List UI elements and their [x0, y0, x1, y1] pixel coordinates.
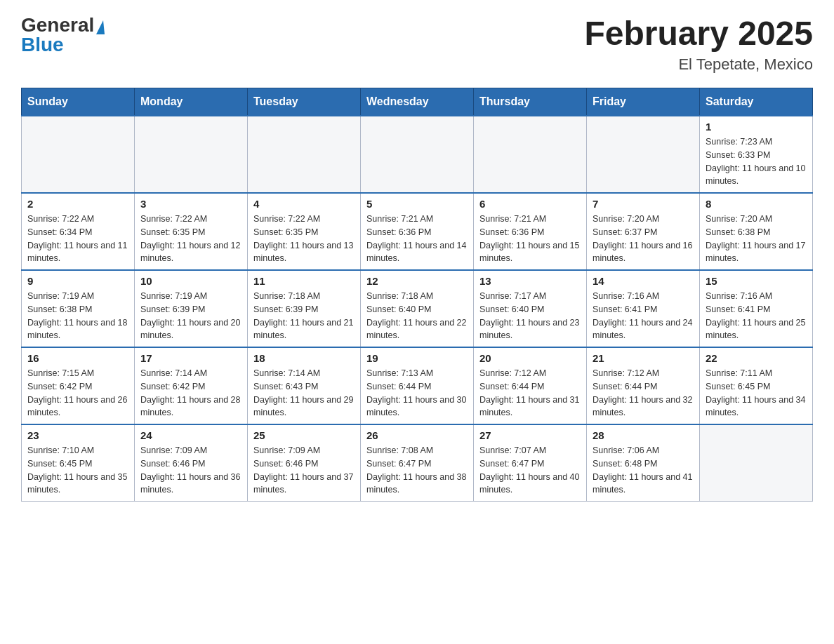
table-row: 5Sunrise: 7:21 AMSunset: 6:36 PMDaylight… [361, 193, 474, 270]
table-row: 13Sunrise: 7:17 AMSunset: 6:40 PMDayligh… [474, 270, 587, 347]
calendar-subtitle: El Tepetate, Mexico [584, 55, 813, 74]
table-row: 24Sunrise: 7:09 AMSunset: 6:46 PMDayligh… [135, 424, 248, 502]
table-row: 17Sunrise: 7:14 AMSunset: 6:42 PMDayligh… [135, 347, 248, 424]
table-row: 10Sunrise: 7:19 AMSunset: 6:39 PMDayligh… [135, 270, 248, 347]
day-info: Sunrise: 7:16 AMSunset: 6:41 PMDaylight:… [593, 290, 694, 342]
calendar-header-row: Sunday Monday Tuesday Wednesday Thursday… [22, 88, 813, 116]
calendar-week-5: 23Sunrise: 7:10 AMSunset: 6:45 PMDayligh… [22, 424, 813, 502]
day-info: Sunrise: 7:14 AMSunset: 6:42 PMDaylight:… [140, 367, 241, 420]
day-number: 9 [27, 275, 128, 287]
day-info: Sunrise: 7:06 AMSunset: 6:48 PMDaylight:… [593, 444, 694, 497]
day-info: Sunrise: 7:12 AMSunset: 6:44 PMDaylight:… [479, 367, 581, 420]
calendar-title: February 2025 [584, 14, 813, 53]
table-row: 3Sunrise: 7:22 AMSunset: 6:35 PMDaylight… [135, 193, 248, 270]
table-row: 27Sunrise: 7:07 AMSunset: 6:47 PMDayligh… [474, 424, 587, 502]
calendar-week-4: 16Sunrise: 7:15 AMSunset: 6:42 PMDayligh… [22, 347, 813, 424]
table-row [22, 116, 135, 193]
day-info: Sunrise: 7:15 AMSunset: 6:42 PMDaylight:… [27, 367, 128, 420]
day-number: 12 [366, 275, 468, 287]
day-number: 28 [593, 429, 694, 441]
day-info: Sunrise: 7:11 AMSunset: 6:45 PMDaylight:… [706, 367, 807, 420]
table-row: 8Sunrise: 7:20 AMSunset: 6:38 PMDaylight… [700, 193, 813, 270]
day-number: 6 [479, 198, 581, 210]
day-number: 16 [27, 352, 128, 364]
day-info: Sunrise: 7:08 AMSunset: 6:47 PMDaylight:… [366, 444, 468, 497]
col-tuesday: Tuesday [248, 88, 361, 116]
table-row: 26Sunrise: 7:08 AMSunset: 6:47 PMDayligh… [361, 424, 474, 502]
day-info: Sunrise: 7:23 AMSunset: 6:33 PMDaylight:… [706, 135, 807, 188]
col-monday: Monday [135, 88, 248, 116]
day-number: 8 [706, 198, 807, 210]
day-number: 25 [253, 429, 355, 441]
day-info: Sunrise: 7:21 AMSunset: 6:36 PMDaylight:… [479, 213, 581, 265]
day-number: 19 [366, 352, 468, 364]
day-info: Sunrise: 7:17 AMSunset: 6:40 PMDaylight:… [479, 290, 581, 342]
table-row: 18Sunrise: 7:14 AMSunset: 6:43 PMDayligh… [248, 347, 361, 424]
table-row: 6Sunrise: 7:21 AMSunset: 6:36 PMDaylight… [474, 193, 587, 270]
table-row: 23Sunrise: 7:10 AMSunset: 6:45 PMDayligh… [22, 424, 135, 502]
day-info: Sunrise: 7:21 AMSunset: 6:36 PMDaylight:… [366, 213, 468, 265]
day-info: Sunrise: 7:22 AMSunset: 6:34 PMDaylight:… [27, 213, 128, 265]
col-wednesday: Wednesday [361, 88, 474, 116]
table-row: 1Sunrise: 7:23 AMSunset: 6:33 PMDaylight… [700, 116, 813, 193]
col-friday: Friday [587, 88, 700, 116]
table-row [248, 116, 361, 193]
day-info: Sunrise: 7:19 AMSunset: 6:38 PMDaylight:… [27, 290, 128, 342]
day-info: Sunrise: 7:13 AMSunset: 6:44 PMDaylight:… [366, 367, 468, 420]
table-row: 21Sunrise: 7:12 AMSunset: 6:44 PMDayligh… [587, 347, 700, 424]
logo: General Blue [21, 14, 105, 56]
day-number: 1 [706, 121, 807, 133]
day-info: Sunrise: 7:20 AMSunset: 6:38 PMDaylight:… [706, 213, 807, 265]
page-header: General Blue February 2025 El Tepetate, … [21, 14, 813, 74]
day-number: 2 [27, 198, 128, 210]
table-row: 15Sunrise: 7:16 AMSunset: 6:41 PMDayligh… [700, 270, 813, 347]
day-info: Sunrise: 7:09 AMSunset: 6:46 PMDaylight:… [140, 444, 241, 497]
day-info: Sunrise: 7:19 AMSunset: 6:39 PMDaylight:… [140, 290, 241, 342]
day-info: Sunrise: 7:16 AMSunset: 6:41 PMDaylight:… [706, 290, 807, 342]
table-row [700, 424, 813, 502]
day-number: 15 [706, 275, 807, 287]
col-saturday: Saturday [700, 88, 813, 116]
calendar-week-2: 2Sunrise: 7:22 AMSunset: 6:34 PMDaylight… [22, 193, 813, 270]
day-info: Sunrise: 7:09 AMSunset: 6:46 PMDaylight:… [253, 444, 355, 497]
table-row: 11Sunrise: 7:18 AMSunset: 6:39 PMDayligh… [248, 270, 361, 347]
day-number: 17 [140, 352, 241, 364]
day-number: 4 [253, 198, 355, 210]
table-row: 19Sunrise: 7:13 AMSunset: 6:44 PMDayligh… [361, 347, 474, 424]
day-number: 26 [366, 429, 468, 441]
day-info: Sunrise: 7:10 AMSunset: 6:45 PMDaylight:… [27, 444, 128, 497]
col-thursday: Thursday [474, 88, 587, 116]
table-row: 7Sunrise: 7:20 AMSunset: 6:37 PMDaylight… [587, 193, 700, 270]
day-info: Sunrise: 7:18 AMSunset: 6:39 PMDaylight:… [253, 290, 355, 342]
day-number: 18 [253, 352, 355, 364]
day-info: Sunrise: 7:12 AMSunset: 6:44 PMDaylight:… [593, 367, 694, 420]
day-number: 3 [140, 198, 241, 210]
day-info: Sunrise: 7:14 AMSunset: 6:43 PMDaylight:… [253, 367, 355, 420]
calendar-week-3: 9Sunrise: 7:19 AMSunset: 6:38 PMDaylight… [22, 270, 813, 347]
day-info: Sunrise: 7:18 AMSunset: 6:40 PMDaylight:… [366, 290, 468, 342]
day-number: 23 [27, 429, 128, 441]
table-row: 16Sunrise: 7:15 AMSunset: 6:42 PMDayligh… [22, 347, 135, 424]
day-number: 27 [479, 429, 581, 441]
day-info: Sunrise: 7:22 AMSunset: 6:35 PMDaylight:… [253, 213, 355, 265]
day-number: 21 [593, 352, 694, 364]
day-number: 10 [140, 275, 241, 287]
day-number: 22 [706, 352, 807, 364]
calendar-header: Sunday Monday Tuesday Wednesday Thursday… [22, 88, 813, 116]
table-row [361, 116, 474, 193]
calendar-week-1: 1Sunrise: 7:23 AMSunset: 6:33 PMDaylight… [22, 116, 813, 193]
table-row: 12Sunrise: 7:18 AMSunset: 6:40 PMDayligh… [361, 270, 474, 347]
day-info: Sunrise: 7:20 AMSunset: 6:37 PMDaylight:… [593, 213, 694, 265]
day-info: Sunrise: 7:22 AMSunset: 6:35 PMDaylight:… [140, 213, 241, 265]
col-sunday: Sunday [22, 88, 135, 116]
day-number: 24 [140, 429, 241, 441]
logo-blue-text: Blue [21, 34, 64, 56]
day-number: 20 [479, 352, 581, 364]
table-row [474, 116, 587, 193]
day-info: Sunrise: 7:07 AMSunset: 6:47 PMDaylight:… [479, 444, 581, 497]
table-row: 2Sunrise: 7:22 AMSunset: 6:34 PMDaylight… [22, 193, 135, 270]
table-row: 14Sunrise: 7:16 AMSunset: 6:41 PMDayligh… [587, 270, 700, 347]
table-row: 20Sunrise: 7:12 AMSunset: 6:44 PMDayligh… [474, 347, 587, 424]
calendar-table: Sunday Monday Tuesday Wednesday Thursday… [21, 88, 813, 502]
logo-triangle-icon [96, 20, 105, 34]
